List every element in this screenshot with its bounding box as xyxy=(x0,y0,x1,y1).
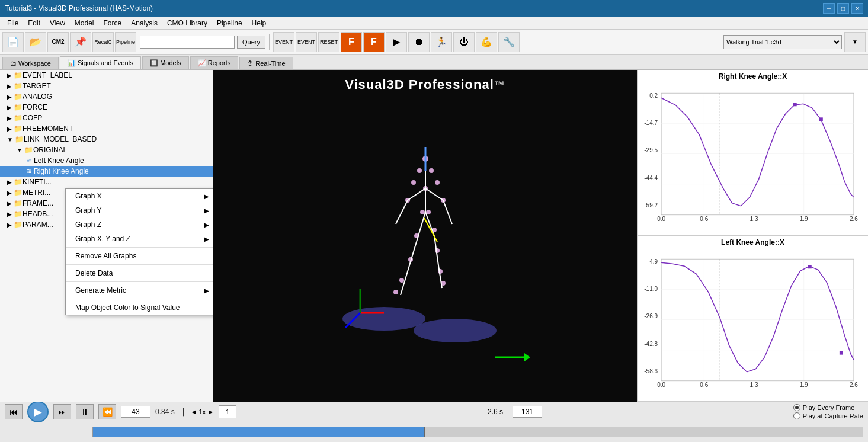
sidebar-item-right-knee[interactable]: ≋ Right Knee Angle xyxy=(0,166,213,177)
menu-cmo-library[interactable]: CMO Library xyxy=(162,18,212,28)
sidebar-item-cofp[interactable]: ▶ 📁 COFP xyxy=(0,113,213,123)
maximize-button[interactable]: □ xyxy=(837,3,849,14)
svg-point-6 xyxy=(435,180,440,185)
svg-text:-29.5: -29.5 xyxy=(644,147,658,153)
file-nav-button[interactable]: ▼ xyxy=(844,32,866,52)
ctx-remove-all[interactable]: Remove All Graphs xyxy=(66,249,213,263)
svg-rect-72 xyxy=(661,259,854,381)
query-button[interactable]: Query xyxy=(237,36,265,49)
playback-bar: ⏮ ▶ ⏭ ⏸ ⏪ 43 0.84 s │ ◄ 1x ► 2.6 s 131 P… xyxy=(0,402,868,442)
playback-controls: ⏮ ▶ ⏭ ⏸ ⏪ 43 0.84 s │ ◄ 1x ► 2.6 s 131 P… xyxy=(0,402,868,421)
graph-left-knee-area: 4.9 -11.0 -26.9 -42.8 -58.6 0.0 0.6 1.3 … xyxy=(640,248,866,395)
play-capture-rate-option[interactable]: Play at Capture Rate xyxy=(793,412,863,419)
event-prev-button[interactable]: EVENT xyxy=(273,32,294,52)
ctx-graph-y[interactable]: Graph Y ▶ xyxy=(66,203,213,217)
stop-button[interactable]: ⏸ xyxy=(76,404,94,419)
svg-line-23 xyxy=(396,200,408,224)
title-bar: Tutorial3 - Visual3D Professional (HAS-M… xyxy=(0,0,868,17)
new-button[interactable]: 📄 xyxy=(2,32,24,52)
svg-text:2.6: 2.6 xyxy=(850,216,858,222)
file-selector[interactable]: Walking Trial 1.c3d xyxy=(723,35,842,49)
menu-analysis[interactable]: Analysis xyxy=(126,18,162,28)
open-button[interactable]: 📂 xyxy=(25,32,46,52)
ctx-graph-xyz[interactable]: Graph X, Y and Z ▶ xyxy=(66,232,213,246)
figure-button[interactable]: 🏃 xyxy=(431,32,452,52)
filter-button[interactable]: F xyxy=(341,32,362,52)
query-area: Query xyxy=(140,36,265,49)
svg-text:0.6: 0.6 xyxy=(700,382,708,388)
cm2-button[interactable]: CM2 xyxy=(47,32,69,52)
svg-text:0.0: 0.0 xyxy=(657,382,665,388)
close-button[interactable]: ✕ xyxy=(851,3,863,14)
graph-z-arrow-icon: ▶ xyxy=(204,222,209,228)
menu-model[interactable]: Model xyxy=(70,18,99,28)
sidebar-item-event-label[interactable]: ▶ 📁 EVENT_LABEL xyxy=(0,70,213,81)
step-back-button[interactable]: ⏪ xyxy=(98,404,116,419)
toolbar-right: Walking Trial 1.c3d ▼ xyxy=(723,32,866,52)
ctx-graph-z[interactable]: Graph Z ▶ xyxy=(66,217,213,232)
query-input[interactable] xyxy=(140,36,235,49)
ctx-generate-metric[interactable]: Generate Metric ▶ xyxy=(66,283,213,297)
graph-right-knee-area: 0.2 -14.7 -29.5 -44.4 -59.2 0.0 0.6 1.3 … xyxy=(640,82,866,229)
menu-edit[interactable]: Edit xyxy=(23,18,45,28)
play-every-frame-option[interactable]: Play Every Frame xyxy=(793,404,854,411)
sidebar-item-original[interactable]: ▼ 📁 ORIGINAL xyxy=(0,145,213,155)
ctx-delete-data[interactable]: Delete Data xyxy=(66,266,213,280)
tab-workspace[interactable]: 🗂 Workspace xyxy=(2,57,59,69)
sidebar-item-target[interactable]: ▶ 📁 TARGET xyxy=(0,81,213,91)
svg-text:0.2: 0.2 xyxy=(649,92,658,99)
sidebar-item-freemoment[interactable]: ▶ 📁 FREEMOMENT xyxy=(0,123,213,134)
sidebar-item-kineti[interactable]: ▶ 📁 KINETI... xyxy=(0,177,213,187)
tab-realtime[interactable]: ⏱ Real-Time xyxy=(239,57,293,69)
tab-models[interactable]: 🔲 Models xyxy=(142,56,189,69)
record-button[interactable]: ⏺ xyxy=(408,32,430,52)
menu-view[interactable]: View xyxy=(45,18,70,28)
sidebar-item-force[interactable]: ▶ 📁 FORCE xyxy=(0,102,213,113)
power-button[interactable]: ⏻ xyxy=(453,32,475,52)
sidebar-item-analog[interactable]: ▶ 📁 ANALOG xyxy=(0,91,213,102)
playback-button[interactable]: ▶ xyxy=(386,32,407,52)
separator xyxy=(269,34,270,50)
svg-point-10 xyxy=(420,210,425,214)
minimize-button[interactable]: ─ xyxy=(823,3,835,14)
event-next-button[interactable]: EVENT xyxy=(296,32,317,52)
menu-help[interactable]: Help xyxy=(247,18,271,28)
recalc-button[interactable]: RecalC xyxy=(92,32,114,52)
svg-text:4.9: 4.9 xyxy=(649,258,658,265)
total-frames: 131 xyxy=(513,406,542,418)
arm-button[interactable]: 💪 xyxy=(476,32,497,52)
tab-signals-events[interactable]: 📊 Signals and Events xyxy=(60,56,141,69)
play-button[interactable]: ▶ xyxy=(27,401,49,422)
reset-button[interactable]: RESET xyxy=(318,32,339,52)
progress-bar[interactable] xyxy=(92,427,863,437)
tab-reports[interactable]: 📈 Reports xyxy=(190,56,239,69)
tool-button[interactable]: 🔧 xyxy=(498,32,520,52)
viewport-brand: Visual3D Professional™ xyxy=(345,77,505,92)
menu-pipeline[interactable]: Pipeline xyxy=(212,18,247,28)
direction-arrow xyxy=(495,348,530,366)
fast-forward-button[interactable]: ⏭ xyxy=(53,404,71,419)
filter2-button[interactable]: F xyxy=(363,32,385,52)
graph-right-knee-svg: 0.2 -14.7 -29.5 -44.4 -59.2 0.0 0.6 1.3 … xyxy=(640,82,866,229)
page-input[interactable] xyxy=(219,405,236,418)
menu-force[interactable]: Force xyxy=(99,18,127,28)
svg-line-25 xyxy=(417,212,425,242)
pipeline-button[interactable]: Pipeline xyxy=(115,32,136,52)
play-every-frame-radio[interactable] xyxy=(793,404,800,411)
svg-point-5 xyxy=(411,180,416,185)
ctx-separator-4 xyxy=(66,299,213,299)
sidebar-item-left-knee[interactable]: ≋ Left Knee Angle xyxy=(0,155,213,166)
ctx-graph-x[interactable]: Graph X ▶ xyxy=(66,189,213,203)
svg-text:1.3: 1.3 xyxy=(750,216,758,222)
svg-point-18 xyxy=(393,290,398,294)
viewport[interactable]: Visual3D Professional™ xyxy=(213,70,637,402)
svg-line-27 xyxy=(408,242,417,271)
graph-y-arrow-icon: ▶ xyxy=(204,207,209,214)
rewind-button[interactable]: ⏮ xyxy=(5,404,23,419)
speed-label: │ xyxy=(182,408,186,415)
ctx-map-color[interactable]: Map Object Color to Signal Value xyxy=(66,300,213,315)
play-capture-rate-radio[interactable] xyxy=(793,412,800,419)
menu-file[interactable]: File xyxy=(2,18,23,28)
sidebar-item-link-model[interactable]: ▼ 📁 LINK_MODEL_BASED xyxy=(0,134,213,145)
pin-button[interactable]: 📌 xyxy=(70,32,91,52)
